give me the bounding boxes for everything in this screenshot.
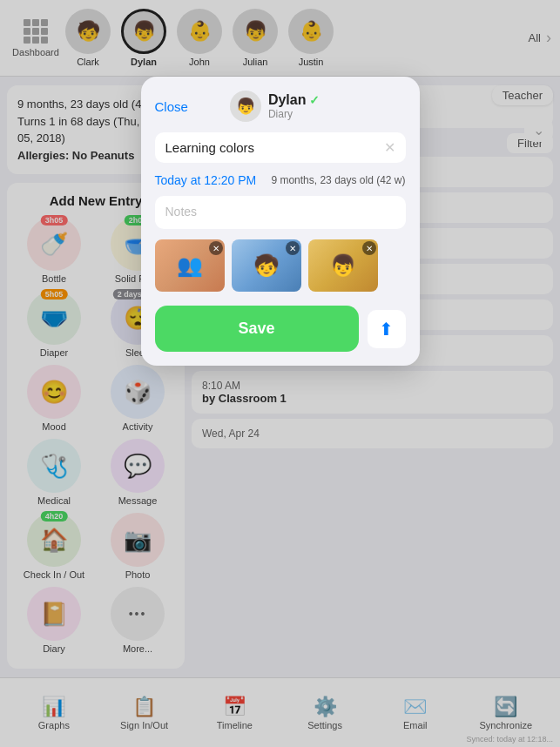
- modal-user-name: Dylan ✓: [268, 92, 320, 108]
- datetime-value[interactable]: Today at 12:20 PM: [155, 173, 257, 187]
- modal-datetime: Today at 12:20 PM 9 months, 23 days old …: [155, 173, 406, 187]
- photo-people-icon: 👥: [177, 253, 203, 278]
- modal-user-sub: Diary: [268, 108, 320, 120]
- modal-avatar: 👦: [230, 91, 261, 122]
- share-icon: ⬆: [379, 319, 394, 340]
- photo-remove-1[interactable]: ✕: [209, 241, 223, 255]
- input-clear-icon[interactable]: ✕: [384, 139, 395, 156]
- save-button[interactable]: Save: [155, 306, 359, 352]
- modal-close-button[interactable]: Close: [155, 99, 188, 114]
- photo-remove-2[interactable]: ✕: [286, 241, 300, 255]
- modal-photos: ✕ 👥 ✕ 🧒 ✕ 👦: [155, 239, 406, 292]
- age-value: 9 months, 23 days old (42 w): [271, 174, 405, 186]
- photo-child-icon: 🧒: [253, 253, 280, 278]
- modal-notes[interactable]: Notes: [155, 196, 406, 229]
- modal-overlay: Close 👦 Dylan ✓ Diary ✕ Today at 12:20 P…: [0, 0, 560, 747]
- photo-thumb-1: ✕ 👥: [155, 239, 225, 292]
- diary-modal: Close 👦 Dylan ✓ Diary ✕ Today at 12:20 P…: [141, 77, 420, 366]
- modal-header: Close 👦 Dylan ✓ Diary: [155, 91, 406, 122]
- photo-thumb-2: ✕ 🧒: [232, 239, 301, 292]
- share-button[interactable]: ⬆: [368, 310, 406, 348]
- diary-text-input[interactable]: [165, 140, 384, 155]
- checkmark-icon: ✓: [309, 93, 320, 107]
- photo-baby-icon: 👦: [330, 253, 356, 278]
- photo-remove-3[interactable]: ✕: [362, 241, 376, 255]
- modal-actions: Save ⬆: [155, 306, 406, 352]
- modal-user-info: Dylan ✓ Diary: [268, 92, 320, 120]
- photo-thumb-3: ✕ 👦: [308, 239, 378, 292]
- modal-input-row: ✕: [155, 132, 406, 163]
- modal-user: 👦 Dylan ✓ Diary: [230, 91, 320, 122]
